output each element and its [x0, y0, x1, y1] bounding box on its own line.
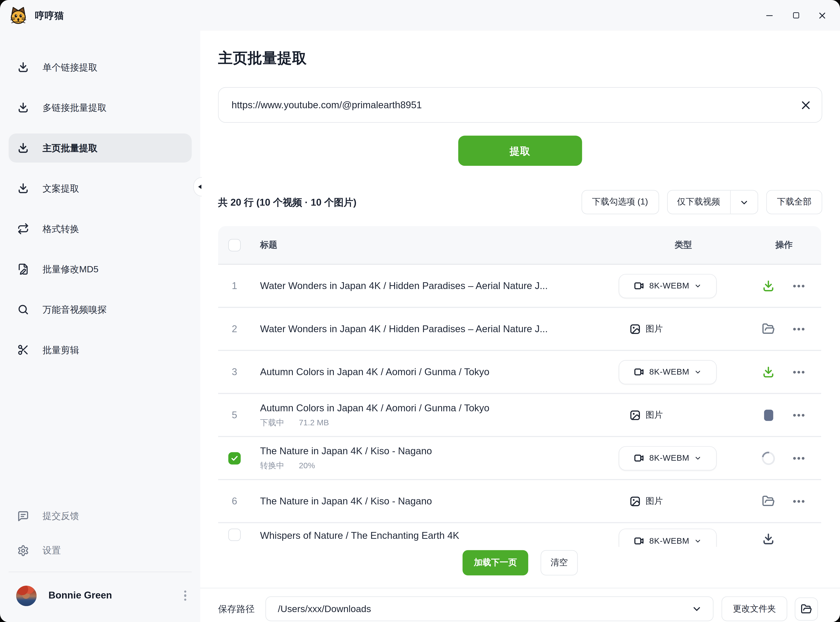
sidebar-item-settings[interactable]: 设置 — [9, 537, 192, 564]
clear-input-icon[interactable] — [800, 99, 811, 111]
stop-button[interactable] — [762, 408, 775, 422]
open-folder-button[interactable] — [762, 322, 775, 336]
table-row: Whispers of Nature / The Enchanting Eart… — [218, 523, 821, 547]
chevron-down-icon — [694, 454, 702, 462]
download-all-button[interactable]: 下载全部 — [766, 190, 822, 214]
load-next-page-button[interactable]: 加载下一页 — [463, 550, 528, 575]
open-folder-button[interactable] — [795, 597, 818, 620]
sidebar-item-format-convert[interactable]: 格式转换 — [9, 214, 192, 243]
row-title: Autumn Colors in Japan 4K / Aomori / Gun… — [260, 366, 611, 378]
row-title: Whispers of Nature / The Enchanting Eart… — [260, 530, 611, 541]
sidebar-item-multi-link-batch-extract[interactable]: 多链接批量提取 — [9, 93, 192, 122]
row-number: 6 — [228, 495, 241, 507]
user-menu-kebab-icon[interactable] — [182, 588, 189, 603]
more-actions-kebab-icon[interactable] — [793, 500, 805, 503]
download-icon — [17, 142, 29, 154]
row-title: Water Wonders in Japan 4K / Hidden Parad… — [260, 323, 611, 334]
select-all-checkbox[interactable] — [228, 239, 241, 251]
video-icon — [634, 453, 645, 463]
minimize-button[interactable] — [761, 7, 777, 23]
sidebar-item-batch-clip[interactable]: 批量剪辑 — [9, 335, 192, 364]
sidebar-item-label: 万能音视频嗅探 — [43, 303, 107, 316]
sidebar-item-label: 文案提取 — [43, 182, 79, 195]
sidebar-divider — [9, 572, 192, 572]
sidebar-item-copy-extract[interactable]: 文案提取 — [9, 174, 192, 203]
folder-open-icon — [801, 603, 812, 614]
more-actions-kebab-icon[interactable] — [793, 328, 805, 330]
repeat-icon — [17, 223, 29, 235]
url-input[interactable] — [218, 87, 822, 123]
download-button[interactable] — [762, 279, 775, 293]
feedback-icon — [17, 510, 29, 522]
feedback-label: 提交反馈 — [43, 510, 79, 522]
save-path-select[interactable]: /Users/xxx/Downloads — [266, 596, 713, 621]
sidebar-item-single-link-extract[interactable]: 单个链接提取 — [9, 53, 192, 82]
user-profile[interactable]: Bonnie Green — [9, 578, 192, 613]
sidebar-item-label: 主页批量提取 — [43, 142, 98, 154]
chevron-down-icon — [694, 368, 702, 376]
video-icon — [634, 281, 645, 291]
more-actions-kebab-icon[interactable] — [793, 414, 805, 416]
table-row: 6 The Nature in Japan 4K / Kiso - Nagano… — [218, 480, 821, 523]
video-only-label[interactable]: 仅下载视频 — [667, 191, 730, 213]
chevron-down-icon — [694, 282, 702, 290]
format-select-chip[interactable]: 8K-WEBM — [619, 274, 717, 298]
row-status: 转换中 — [260, 460, 284, 471]
save-path-value: /Users/xxx/Downloads — [278, 603, 692, 614]
table-row: 2 Water Wonders in Japan 4K / Hidden Par… — [218, 308, 821, 351]
sidebar-item-label: 批量修改MD5 — [43, 263, 99, 276]
sidebar-item-feedback[interactable]: 提交反馈 — [9, 503, 192, 529]
app-title: 哼哼猫 — [35, 9, 64, 22]
format-select-chip[interactable]: 8K-WEBM — [619, 529, 717, 547]
more-actions-kebab-icon[interactable] — [793, 370, 805, 374]
download-button[interactable] — [762, 532, 775, 546]
column-header-title: 标题 — [260, 240, 278, 249]
gear-icon — [17, 544, 29, 556]
sidebar-item-homepage-batch-extract[interactable]: 主页批量提取 — [9, 134, 192, 163]
row-status: 下载中 — [260, 418, 284, 428]
video-only-split-button[interactable]: 仅下载视频 — [667, 190, 758, 214]
scissors-icon — [17, 344, 29, 356]
check-icon — [230, 453, 239, 463]
column-header-action: 操作 — [776, 239, 793, 250]
row-title: The Nature in Japan 4K / Kiso - Nagano — [260, 495, 611, 507]
table-header: 标题 类型 操作 — [218, 226, 821, 265]
more-actions-kebab-icon[interactable] — [793, 457, 805, 459]
format-select-chip[interactable]: 8K-WEBM — [619, 360, 717, 384]
more-actions-kebab-icon[interactable] — [793, 285, 805, 287]
sidebar-item-label: 批量剪辑 — [43, 344, 79, 356]
table-row: The Nature in Japan 4K / Kiso - Nagano 转… — [218, 437, 821, 480]
video-icon — [634, 367, 645, 377]
chevron-down-icon[interactable] — [731, 191, 758, 213]
format-select-chip[interactable]: 8K-WEBM — [619, 446, 717, 470]
sidebar-item-media-sniffer[interactable]: 万能音视频嗅探 — [9, 295, 192, 324]
download-checked-button[interactable]: 下载勾选项 (1) — [581, 190, 659, 214]
sidebar-item-batch-modify-md5[interactable]: 批量修改MD5 — [9, 255, 192, 284]
file-edit-icon — [17, 263, 29, 275]
app-logo-cat-icon — [9, 6, 28, 25]
main-content: 主页批量提取 提取 共 20 行 (10 个视频 · 10 个图片) 下载勾选项… — [200, 31, 840, 622]
sidebar-item-label: 单个链接提取 — [43, 61, 98, 73]
row-checkbox[interactable] — [228, 529, 241, 541]
table-row: 5 Autumn Colors in Japan 4K / Aomori / G… — [218, 394, 821, 437]
close-button[interactable] — [814, 7, 830, 23]
format-label: 8K-WEBM — [649, 367, 689, 377]
clear-button[interactable]: 清空 — [541, 550, 578, 575]
result-summary: 共 20 行 (10 个视频 · 10 个图片) — [218, 196, 357, 209]
settings-label: 设置 — [43, 544, 61, 557]
extract-button[interactable]: 提取 — [458, 136, 582, 166]
row-number: 2 — [228, 323, 241, 334]
change-folder-button[interactable]: 更改文件夹 — [722, 596, 787, 621]
row-checkbox[interactable] — [228, 452, 241, 464]
download-button[interactable] — [762, 365, 775, 379]
format-label: 8K-WEBM — [649, 453, 689, 463]
type-label: 图片 — [646, 409, 663, 421]
type-label: 图片 — [646, 495, 663, 507]
search-icon — [17, 303, 29, 316]
download-icon — [17, 61, 29, 73]
type-label: 图片 — [646, 323, 663, 334]
open-folder-button[interactable] — [762, 494, 775, 508]
maximize-button[interactable] — [788, 7, 804, 23]
table-row: 1 Water Wonders in Japan 4K / Hidden Par… — [218, 265, 821, 308]
row-status-value: 20% — [299, 460, 315, 471]
